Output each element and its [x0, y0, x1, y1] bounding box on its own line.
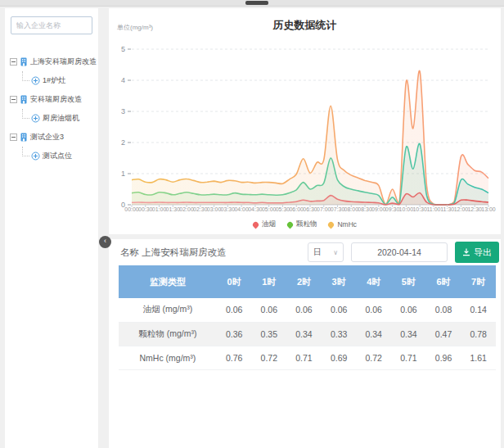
y-axis-tick-label: 2 — [121, 138, 125, 147]
company-tree: 上海安科瑞厨房改造1#炉灶安科瑞厨房改造厨房油烟机测试企业3测试点位 — [5, 34, 98, 165]
table-row: 油烟 (mg/m³)0.060.060.060.060.060.060.080.… — [119, 298, 496, 322]
table-header-cell: 1时 — [252, 265, 287, 298]
table-row: 颗粒物 (mg/m³)0.360.350.340.330.340.340.470… — [119, 322, 496, 346]
value-cell: 0.06 — [322, 298, 357, 322]
tree-connector — [22, 109, 29, 119]
value-cell: 0.14 — [461, 298, 496, 322]
x-axis-tick-label: 05:30 — [276, 206, 290, 212]
value-cell: 0.34 — [391, 322, 426, 346]
company-search-input[interactable] — [11, 16, 92, 34]
tree-node-point[interactable]: 1#炉灶 — [20, 71, 95, 90]
legend-label: 颗粒物 — [296, 219, 317, 229]
x-axis-tick-label: 11:00 — [426, 206, 440, 212]
value-cell: 0.06 — [391, 298, 426, 322]
x-axis-tick-label: 10:00 — [399, 206, 414, 212]
table-header-cell: 0时 — [217, 265, 252, 298]
table-row: NmHc (mg/m³)0.760.720.710.690.720.710.96… — [119, 346, 496, 369]
tree-connector — [22, 71, 29, 81]
tree-node-company[interactable]: 测试企业3 — [10, 128, 95, 147]
x-axis-tick-label: 10:30 — [412, 206, 427, 212]
x-axis-tick-label: 12:00 — [454, 206, 469, 212]
x-axis-tick-label: 06:30 — [303, 206, 317, 212]
legend-item-油烟[interactable]: 油烟 — [253, 219, 276, 229]
company-icon — [20, 57, 28, 66]
x-axis-tick-label: 07:00 — [317, 206, 331, 212]
table-header-cell: 3时 — [322, 265, 357, 298]
x-axis-tick-label: 04:30 — [248, 206, 263, 212]
value-cell: 0.06 — [286, 298, 322, 322]
value-cell: 0.06 — [356, 298, 391, 322]
value-cell: 0.47 — [426, 322, 461, 346]
table-header-cell: 6时 — [426, 265, 461, 298]
table-card: 名称 上海安科瑞厨房改造 日 ∨ 导出 监测类型0时1时2时3时4时5时6时7时… — [109, 239, 501, 448]
table-header-cell: 4时 — [356, 265, 391, 298]
x-axis-tick-label: 00:30 — [138, 206, 153, 212]
row-label-cell: NmHc (mg/m³) — [119, 346, 217, 369]
sidebar-collapse-toggle[interactable]: ‹ — [99, 236, 111, 248]
table-header-cell: 2时 — [286, 265, 322, 298]
x-axis-tick-label: 04:00 — [234, 206, 249, 212]
value-cell: 0.34 — [286, 322, 322, 346]
period-select[interactable]: 日 ∨ — [308, 242, 344, 262]
tree-node-company[interactable]: 安科瑞厨房改造 — [10, 90, 95, 109]
name-label: 名称 — [120, 247, 139, 257]
value-cell: 0.34 — [356, 322, 391, 346]
legend-item-颗粒物[interactable]: 颗粒物 — [287, 219, 317, 229]
x-axis-tick-label: 09:30 — [385, 206, 400, 212]
selected-company-name: 名称 上海安科瑞厨房改造 — [120, 247, 308, 259]
row-label-cell: 油烟 (mg/m³) — [119, 298, 217, 322]
chart-title: 历史数据统计 — [109, 18, 501, 33]
tree-node-label: 上海安科瑞厨房改造 — [30, 57, 97, 67]
chart-card: 单位(mg/m³) 历史数据统计 012345 00:0000:3001:000… — [109, 8, 501, 234]
x-axis-tick-label: 01:30 — [166, 206, 181, 212]
query-controls: 日 ∨ 导出 — [308, 242, 499, 263]
y-axis-tick-label: 4 — [121, 76, 125, 84]
table-header-cell: 7时 — [461, 265, 496, 298]
tree-node-point[interactable]: 厨房油烟机 — [20, 109, 95, 128]
company-icon — [20, 95, 28, 104]
export-button[interactable]: 导出 — [455, 242, 499, 263]
tree-collapse-box[interactable] — [10, 133, 17, 141]
name-value: 上海安科瑞厨房改造 — [142, 247, 227, 257]
legend-label: NmHc — [337, 220, 357, 229]
x-axis-tick-label: 03:00 — [207, 206, 222, 212]
tree-node-label: 厨房油烟机 — [43, 113, 79, 124]
value-cell: 0.36 — [217, 322, 252, 346]
value-cell: 0.72 — [252, 346, 287, 369]
x-axis-tick-label: 05:00 — [262, 206, 277, 212]
table-header-row: 监测类型0时1时2时3时4时5时6时7时 — [119, 265, 496, 298]
value-cell: 0.71 — [391, 346, 426, 369]
series-area-NmHc — [132, 70, 488, 205]
tree-node-label: 测试企业3 — [30, 132, 64, 143]
tree-node-point[interactable]: 测试点位 — [20, 147, 95, 165]
sidebar: 上海安科瑞厨房改造1#炉灶安科瑞厨房改造厨房油烟机测试企业3测试点位 — [5, 8, 98, 448]
tree-node-company[interactable]: 上海安科瑞厨房改造 — [10, 52, 95, 71]
top-bar-indicator — [245, 1, 268, 5]
table-header-cell: 5时 — [391, 265, 426, 298]
y-axis-tick-label: 5 — [121, 45, 125, 53]
tree-collapse-box[interactable] — [10, 96, 17, 103]
chart-legend: 油烟颗粒物NmHc — [109, 219, 501, 229]
value-cell: 0.69 — [322, 346, 357, 369]
value-cell: 0.06 — [217, 298, 252, 322]
x-axis-tick-label: 13:00 — [481, 206, 496, 212]
date-input[interactable] — [351, 242, 448, 262]
value-cell: 1.61 — [461, 346, 496, 369]
tree-node-label: 安科瑞厨房改造 — [30, 94, 82, 105]
history-line-chart: 012345 — [115, 41, 494, 215]
legend-item-NmHc[interactable]: NmHc — [328, 220, 357, 229]
x-axis-tick-label: 06:00 — [289, 206, 304, 212]
tree-node-label: 1#炉灶 — [43, 75, 65, 86]
value-cell: 0.96 — [426, 346, 461, 369]
value-cell: 0.33 — [322, 322, 357, 346]
chevron-down-icon: ∨ — [333, 249, 338, 256]
tree-collapse-box[interactable] — [10, 58, 17, 66]
value-cell: 0.06 — [252, 298, 287, 322]
y-axis-tick-label: 1 — [121, 170, 125, 178]
query-bar: 名称 上海安科瑞厨房改造 日 ∨ 导出 — [109, 239, 501, 265]
legend-pin-icon — [251, 220, 259, 229]
x-axis-tick-label: 07:30 — [331, 206, 345, 212]
y-axis-tick-label: 3 — [121, 107, 125, 115]
value-cell: 0.76 — [217, 346, 252, 369]
legend-pin-icon — [327, 220, 335, 229]
